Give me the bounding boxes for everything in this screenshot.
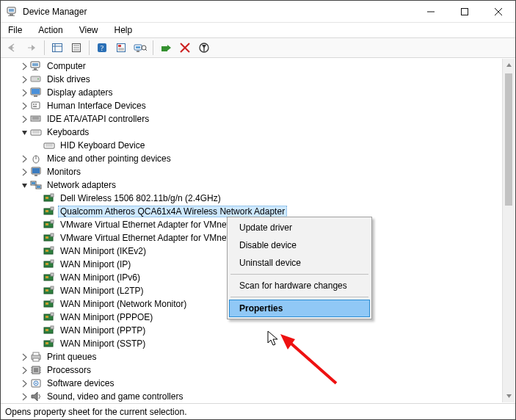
maximize-button[interactable] bbox=[448, 1, 482, 23]
node-software-devices[interactable]: Software devices bbox=[1, 377, 515, 390]
ctx-uninstall-device[interactable]: Uninstall device bbox=[229, 254, 370, 272]
chevron-right-icon[interactable] bbox=[20, 392, 29, 402]
node-label: Disk drives bbox=[45, 73, 92, 85]
node-dell-wireless[interactable]: Dell Wireless 1506 802.11b/g/n (2.4GHz) bbox=[1, 192, 515, 205]
node-disk-drives[interactable]: Disk drives bbox=[1, 73, 515, 86]
chevron-right-icon[interactable] bbox=[20, 62, 29, 71]
nic-icon bbox=[43, 325, 55, 336]
chevron-right-icon[interactable] bbox=[20, 352, 29, 362]
node-label: Software devices bbox=[45, 377, 116, 389]
keyboard-icon bbox=[43, 140, 55, 151]
svg-text:?: ? bbox=[101, 44, 104, 52]
context-menu: Update driver Disable device Uninstall d… bbox=[227, 217, 372, 319]
node-wan-pptp[interactable]: WAN Miniport (PPTP) bbox=[1, 324, 515, 337]
nic-icon bbox=[43, 258, 55, 270]
node-print-queues[interactable]: Print queues bbox=[1, 350, 515, 363]
node-network-adapters[interactable]: Network adapters bbox=[1, 178, 515, 192]
node-hid-keyboard[interactable]: HID Keyboard Device bbox=[1, 139, 515, 152]
close-button[interactable] bbox=[482, 1, 515, 23]
node-display-adapters[interactable]: Display adapters bbox=[1, 86, 515, 99]
node-ide[interactable]: IDE ATA/ATAPI controllers bbox=[1, 112, 515, 126]
node-label: Processors bbox=[45, 364, 93, 376]
network-icon bbox=[30, 179, 42, 191]
node-sound[interactable]: Sound, video and game controllers bbox=[1, 390, 515, 403]
chevron-right-icon[interactable] bbox=[20, 379, 29, 388]
node-label: IDE ATA/ATAPI controllers bbox=[45, 113, 151, 125]
node-label: Sound, video and game controllers bbox=[45, 391, 185, 402]
chevron-right-icon[interactable] bbox=[20, 115, 29, 124]
svg-marker-78 bbox=[506, 394, 512, 398]
node-wan-sstp[interactable]: WAN Miniport (SSTP) bbox=[1, 337, 515, 350]
node-label: WAN Miniport (IP) bbox=[58, 258, 133, 270]
nic-icon bbox=[43, 285, 55, 297]
nic-icon bbox=[43, 232, 55, 244]
ctx-properties[interactable]: Properties bbox=[229, 300, 370, 317]
svg-rect-4 bbox=[462, 8, 468, 15]
status-text: Opens property sheet for the current sel… bbox=[5, 407, 186, 417]
menu-action[interactable]: Action bbox=[35, 24, 65, 36]
node-monitors[interactable]: Monitors bbox=[1, 165, 515, 178]
chevron-right-icon[interactable] bbox=[20, 154, 29, 164]
node-label: VMware Virtual Ethernet Adapter for VMne… bbox=[58, 232, 236, 244]
cpu-icon bbox=[30, 364, 42, 376]
minimize-button[interactable] bbox=[414, 1, 448, 23]
chevron-right-icon[interactable] bbox=[20, 167, 29, 177]
svg-rect-17 bbox=[118, 45, 121, 47]
scroll-down-icon[interactable] bbox=[503, 390, 515, 402]
svg-rect-7 bbox=[53, 44, 62, 52]
scan-hardware-button[interactable] bbox=[131, 39, 149, 57]
disable-button[interactable] bbox=[195, 39, 213, 57]
chevron-down-icon[interactable] bbox=[20, 128, 29, 137]
node-label: WAN Miniport (PPTP) bbox=[58, 325, 148, 336]
svg-rect-25 bbox=[161, 46, 167, 51]
node-label: WAN Miniport (SSTP) bbox=[58, 338, 148, 350]
vertical-scrollbar[interactable] bbox=[502, 59, 515, 402]
action-toolbar-button[interactable] bbox=[112, 39, 130, 57]
chevron-down-icon[interactable] bbox=[20, 181, 29, 190]
nic-icon bbox=[43, 219, 55, 231]
chevron-right-icon[interactable] bbox=[20, 101, 29, 111]
nic-icon bbox=[43, 206, 55, 217]
forward-button[interactable] bbox=[23, 39, 40, 57]
node-label: WAN Miniport (IKEv2) bbox=[58, 245, 148, 257]
node-label: WAN Miniport (L2TP) bbox=[58, 285, 146, 297]
node-mice[interactable]: Mice and other pointing devices bbox=[1, 152, 515, 165]
ctx-disable-device[interactable]: Disable device bbox=[229, 236, 370, 254]
svg-marker-5 bbox=[9, 45, 12, 51]
menu-view[interactable]: View bbox=[76, 24, 101, 36]
menubar: File Action View Help bbox=[1, 23, 515, 37]
chevron-right-icon[interactable] bbox=[20, 88, 29, 98]
properties-toolbar-button[interactable] bbox=[68, 39, 85, 57]
node-hid[interactable]: Human Interface Devices bbox=[1, 99, 515, 112]
printer-icon bbox=[30, 351, 42, 363]
node-computer[interactable]: Computer bbox=[1, 59, 515, 73]
ctx-scan-hardware[interactable]: Scan for hardware changes bbox=[229, 277, 370, 294]
node-keyboards[interactable]: Keyboards bbox=[1, 126, 515, 139]
chevron-right-icon[interactable] bbox=[20, 366, 29, 375]
nic-icon bbox=[43, 192, 55, 204]
ctx-separator bbox=[230, 274, 368, 275]
node-processors[interactable]: Processors bbox=[1, 363, 515, 377]
ctx-update-driver[interactable]: Update driver bbox=[229, 219, 370, 236]
toolbar: ? bbox=[1, 37, 515, 58]
chevron-right-icon[interactable] bbox=[20, 75, 29, 84]
disk-icon bbox=[30, 73, 42, 85]
update-driver-button[interactable] bbox=[157, 39, 175, 57]
menu-file[interactable]: File bbox=[5, 24, 25, 36]
titlebar: Device Manager bbox=[1, 1, 515, 23]
node-label: Dell Wireless 1506 802.11b/g/n (2.4GHz) bbox=[58, 192, 223, 204]
nic-icon bbox=[43, 311, 55, 323]
menu-help[interactable]: Help bbox=[112, 24, 136, 36]
uninstall-button[interactable] bbox=[176, 39, 194, 57]
ctx-properties-label: Properties bbox=[239, 303, 283, 314]
help-button[interactable]: ? bbox=[93, 39, 111, 57]
scroll-up-icon[interactable] bbox=[503, 59, 515, 71]
svg-line-24 bbox=[145, 49, 147, 51]
show-hide-tree-button[interactable] bbox=[48, 39, 66, 57]
keyboard-icon bbox=[30, 126, 42, 138]
back-button[interactable] bbox=[4, 39, 21, 57]
svg-rect-21 bbox=[136, 46, 140, 48]
node-label: HID Keyboard Device bbox=[58, 140, 147, 151]
scroll-thumb[interactable] bbox=[505, 73, 512, 206]
svg-rect-1 bbox=[9, 9, 14, 12]
